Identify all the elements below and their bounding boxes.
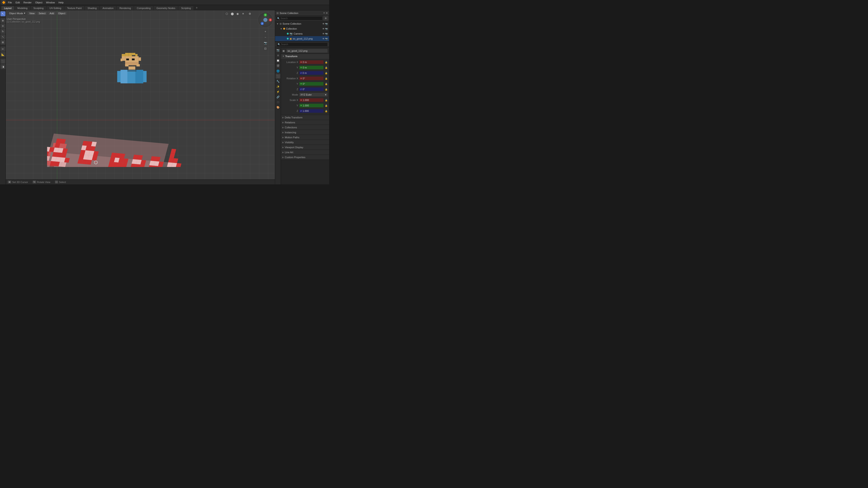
gizmo-z-axis[interactable]: Z [260, 22, 264, 25]
props-tab-world[interactable]: 🌐 [276, 68, 281, 73]
mesh-render[interactable]: 📷 [325, 37, 328, 40]
extrude-tool[interactable]: ◨ [0, 64, 5, 69]
outliner-filter-btn[interactable]: ▾ [323, 11, 325, 14]
outliner-search[interactable]: 🔍 Search [276, 16, 322, 20]
ws-geometry-nodes[interactable]: Geometry Nodes [154, 6, 178, 10]
custom-properties-section[interactable]: ▶ Custom Properties [281, 155, 329, 160]
blender-icon[interactable]: 🔶 [1, 0, 6, 5]
wireframe-btn[interactable]: ⬡ [224, 11, 229, 16]
outliner-scene-collection[interactable]: ▼ ⊞ Scene Collection 👁 📷 [275, 21, 329, 26]
delta-transform-section[interactable]: ▶ Delta Transform [281, 115, 329, 120]
move-tool[interactable]: ✛ [0, 24, 5, 29]
ws-compositing[interactable]: Compositing [134, 6, 153, 10]
motion-paths-section[interactable]: ▶ Motion Paths [281, 135, 329, 140]
object-name-field[interactable]: so_good_112.png [286, 49, 328, 53]
object-menu[interactable]: Object [57, 12, 67, 15]
cam-visibility[interactable]: 👁 [322, 33, 324, 35]
instancing-section[interactable]: ▶ Instancing [281, 130, 329, 135]
scale-y-lock[interactable]: 🔒 [324, 104, 328, 107]
annotate-tool[interactable]: ✏ [0, 46, 5, 52]
properties-search[interactable]: 🔍 Search [276, 42, 328, 46]
menu-help[interactable]: Help [57, 1, 65, 4]
location-z-field[interactable]: Z 0 m [299, 71, 324, 75]
ws-uv-editing[interactable]: UV Editing [47, 6, 64, 10]
outliner-new-btn[interactable]: ⊕ [326, 11, 328, 14]
location-y-field[interactable]: Y 0 m [299, 66, 324, 70]
ws-layout[interactable]: Layout [1, 6, 14, 10]
add-cube-tool[interactable]: ⬛ [0, 59, 5, 64]
ws-rendering[interactable]: Rendering [117, 6, 133, 10]
rotation-y-field[interactable]: Y 0° [299, 82, 324, 86]
location-x-lock[interactable]: 🔒 [324, 61, 328, 64]
rotation-x-lock[interactable]: 🔒 [324, 77, 328, 80]
scale-y-field[interactable]: Y 1.000 [299, 103, 324, 107]
mesh-visibility[interactable]: 👁 [322, 37, 324, 40]
col-render[interactable]: 📷 [325, 28, 328, 30]
props-tab-scene[interactable]: 🎬 [276, 63, 281, 68]
menu-render[interactable]: Render [22, 1, 33, 4]
visibility-icon[interactable]: 👁 [322, 23, 324, 25]
transform-tool[interactable]: ⊞ [0, 40, 5, 45]
props-tab-material[interactable]: 🎨 [276, 105, 281, 110]
outliner-filter-icon[interactable]: ⚙ [323, 16, 328, 21]
zoom-in-btn[interactable]: + [263, 29, 268, 34]
viewport[interactable]: Object Mode ▾ View Select Add Object Use… [6, 10, 275, 184]
ws-scripting[interactable]: Scripting [178, 6, 193, 10]
location-x-field[interactable]: X 0 m [299, 60, 324, 64]
scale-tool[interactable]: ⤡ [0, 34, 5, 39]
props-tab-modifier[interactable]: 🔧 [276, 79, 281, 84]
menu-edit[interactable]: Edit [14, 1, 22, 4]
props-tab-render[interactable]: 📷 [276, 48, 281, 53]
options-btn[interactable]: ⚙ [247, 11, 252, 16]
outliner-camera[interactable]: 📷 Camera 👁 📷 [275, 31, 329, 36]
camera-view-btn[interactable]: 📷 [263, 40, 268, 45]
rotation-mode-select[interactable]: XYZ Euler ▾ [299, 93, 328, 97]
viewport-display-section[interactable]: ▶ Viewport Display [281, 145, 329, 150]
select-menu[interactable]: Select [37, 12, 47, 15]
object-mode-dropdown[interactable]: Object Mode ▾ [8, 11, 27, 15]
select-tool[interactable]: ↖ [0, 11, 5, 16]
menu-object[interactable]: Object [34, 1, 44, 4]
navigation-gizmo[interactable]: X Y Z [258, 12, 273, 28]
view-menu[interactable]: View [28, 12, 36, 15]
solid-btn[interactable]: ⬤ [230, 11, 235, 16]
outliner-mesh[interactable]: ▣ so_good_112.png 👁 📷 [275, 36, 329, 41]
props-tab-object[interactable]: ⬛ [276, 74, 281, 78]
rotate-tool[interactable]: ↻ [0, 29, 5, 34]
ws-modeling[interactable]: Modeling [15, 6, 30, 10]
gizmo-center[interactable] [264, 18, 268, 22]
scale-z-field[interactable]: Z 1.000 [299, 109, 324, 113]
menu-window[interactable]: Window [44, 1, 57, 4]
fit-view-btn[interactable]: ⊡ [263, 46, 268, 51]
ws-animation[interactable]: Animation [100, 6, 116, 10]
outliner-collection[interactable]: ▼ Collection 👁 📷 [275, 26, 329, 31]
scale-x-field[interactable]: X 1.000 [299, 98, 324, 102]
rotation-z-lock[interactable]: 🔒 [324, 88, 328, 91]
props-tab-view-layer[interactable]: 🔲 [276, 58, 281, 63]
location-y-lock[interactable]: 🔒 [324, 66, 328, 69]
ws-shading[interactable]: Shading [85, 6, 99, 10]
scale-z-lock[interactable]: 🔒 [324, 109, 328, 112]
measure-tool[interactable]: 📐 [0, 52, 5, 57]
relations-section[interactable]: ▶ Relations [281, 120, 329, 125]
col-visibility[interactable]: 👁 [322, 28, 324, 30]
rotation-y-lock[interactable]: 🔒 [324, 82, 328, 86]
props-tab-data[interactable]: ⬡ [276, 100, 281, 105]
menu-file[interactable]: File [6, 1, 13, 4]
gizmo-y-axis[interactable]: Y [264, 13, 267, 17]
location-z-lock[interactable]: 🔒 [324, 71, 328, 74]
collections-section[interactable]: ▶ Collections [281, 125, 329, 130]
zoom-out-btn[interactable]: − [263, 35, 268, 40]
transform-header[interactable]: ▼ Transform [281, 54, 329, 59]
visibility-section[interactable]: ▶ Visibility [281, 140, 329, 145]
line-art-section[interactable]: ▶ Line Art [281, 150, 329, 155]
scale-x-lock[interactable]: 🔒 [324, 98, 328, 102]
rendered-btn[interactable]: ☀ [241, 11, 246, 16]
props-tab-output[interactable]: 🖥 [276, 53, 281, 58]
props-tab-particles[interactable]: ✨ [276, 84, 281, 89]
cam-render[interactable]: 📷 [325, 33, 328, 35]
rotation-z-field[interactable]: Z 0° [299, 87, 324, 91]
rotation-x-field[interactable]: X 0° [299, 76, 324, 80]
material-btn[interactable]: ◉ [235, 11, 240, 16]
render-icon[interactable]: 📷 [325, 23, 328, 25]
